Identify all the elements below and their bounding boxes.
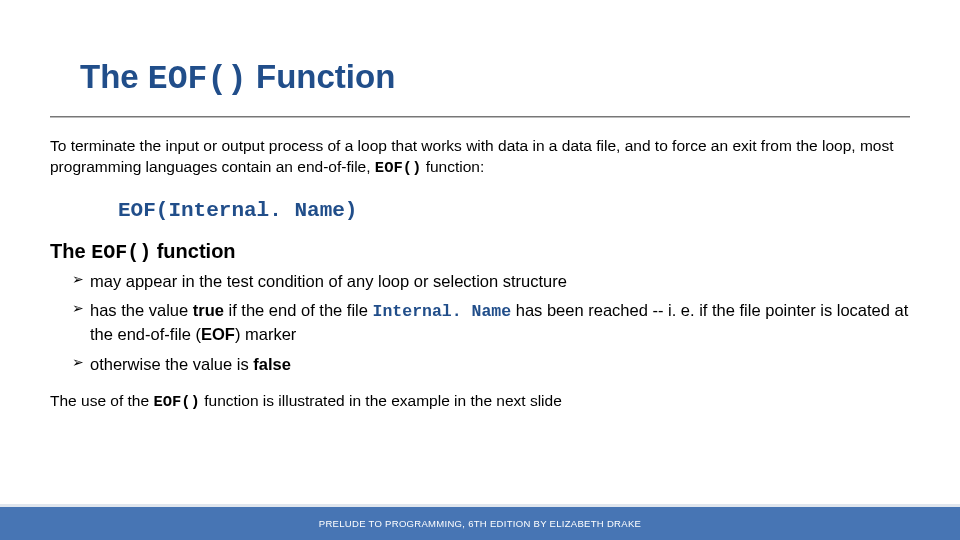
bullet-pre: otherwise the value is [90,355,253,373]
subhead-post: function [151,240,235,262]
list-item: may appear in the test condition of any … [72,270,912,292]
footer-text: PRELUDE TO PROGRAMMING, 6TH EDITION BY E… [319,518,641,529]
list-item: has the value true if the end of the fil… [72,299,912,346]
bullet-bold: true [193,301,224,319]
bullet-pre: has the value [90,301,193,319]
slide-title: The EOF() Function [0,0,960,108]
closing-pre: The use of the [50,392,153,409]
closing-paragraph: The use of the EOF() function is illustr… [0,382,960,411]
bullet-bold2: EOF [201,325,235,343]
slide: The EOF() Function To terminate the inpu… [0,0,960,540]
footer-bar: PRELUDE TO PROGRAMMING, 6TH EDITION BY E… [0,504,960,540]
bullet-post: ) marker [235,325,296,343]
intro-text2: function: [421,158,484,175]
bullet-list: may appear in the test condition of any … [0,270,960,375]
subhead-pre: The [50,240,91,262]
subheading: The EOF() function [0,240,960,270]
bullet-code: Internal. Name [373,302,512,321]
bullet-text: may appear in the test condition of any … [90,272,567,290]
subhead-code: EOF() [91,241,151,264]
intro-code: EOF() [375,159,422,177]
bullet-mid: if the end of the file [224,301,373,319]
list-item: otherwise the value is false [72,353,912,375]
title-pre: The [80,58,148,95]
closing-code: EOF() [153,393,200,411]
title-post: Function [247,58,395,95]
title-code: EOF() [148,61,247,98]
title-divider [50,116,910,118]
syntax-line: EOF(Internal. Name) [0,179,960,240]
intro-paragraph: To terminate the input or output process… [0,136,960,179]
bullet-bold: false [253,355,291,373]
closing-post: function is illustrated in the example i… [200,392,562,409]
